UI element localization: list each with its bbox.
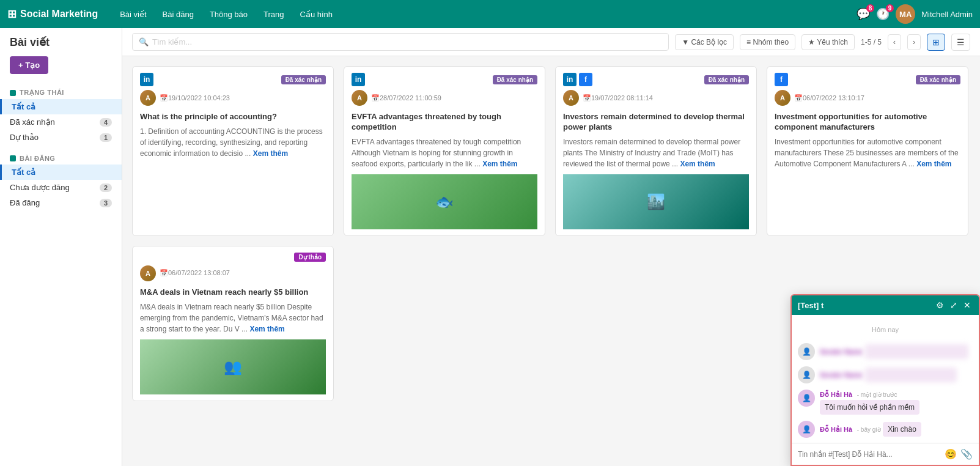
kanban-card-3[interactable]: in f Đã xác nhận A 📅19/07/2022 08:11:14 … bbox=[555, 66, 757, 236]
card-5-img: 👥 bbox=[140, 339, 326, 394]
topnav-right: 💬 8 🕐 9 MA Mitchell Admin bbox=[857, 4, 973, 24]
chat-close-button[interactable]: ✕ bbox=[962, 300, 973, 310]
section-dot-baidang bbox=[10, 155, 16, 161]
kanban-view-button[interactable]: ⊞ bbox=[927, 34, 945, 51]
nav-bai-dang[interactable]: Bài đăng bbox=[155, 6, 201, 23]
chat-title: [Test] t bbox=[798, 301, 929, 310]
chat-messages: Hôm nay 👤 Sender Name blurred message on… bbox=[792, 315, 979, 443]
chat-bubble-2: blurred message two text bbox=[865, 368, 957, 382]
chat-sender-1: Sender Name bbox=[820, 348, 863, 355]
chat-message-4: 👤 Đỗ Hải Hà - bây giờ Xin chào bbox=[798, 421, 973, 438]
filter-button[interactable]: ▼ Các Bộ lọc bbox=[675, 34, 734, 50]
card-3-status: Đã xác nhận bbox=[704, 75, 749, 84]
chat-sender-4: Đỗ Hải Hà bbox=[820, 426, 852, 433]
card-2-header: in Đã xác nhận bbox=[344, 67, 545, 90]
sidebar-item-chuaduocdang[interactable]: Chưa được đăng 2 bbox=[0, 180, 122, 195]
card-2-body: EVFTA advantages threatened by tough com… bbox=[344, 109, 545, 235]
card-2-see-more[interactable]: Xem thêm bbox=[482, 160, 517, 168]
nav-trang[interactable]: Trang bbox=[256, 6, 291, 23]
card-2-icons: in bbox=[352, 73, 365, 86]
chat-bubble-3: Tôi muốn hỏi về phần mềm bbox=[820, 400, 919, 415]
chat-bubble-wrap-2: Sender Name blurred message two text bbox=[820, 366, 973, 382]
user-avatar[interactable]: MA bbox=[896, 4, 915, 24]
card-3-date: 📅19/07/2022 08:11:14 bbox=[583, 94, 653, 102]
search-box[interactable]: 🔍 Tìm kiếm... bbox=[132, 33, 669, 51]
prev-page-button[interactable]: ‹ bbox=[888, 34, 901, 50]
card-5-header: Dự thảo bbox=[133, 246, 333, 265]
user-name[interactable]: Mitchell Admin bbox=[921, 10, 973, 19]
emoji-icon[interactable]: 😊 bbox=[945, 448, 957, 460]
next-page-button[interactable]: › bbox=[907, 34, 921, 50]
chat-sender-3: Đỗ Hải Hà bbox=[820, 391, 852, 398]
nav-bai-viet[interactable]: Bài viết bbox=[112, 6, 153, 23]
nav-thong-bao[interactable]: Thông báo bbox=[202, 6, 255, 23]
card-5-avatar: A bbox=[140, 265, 156, 281]
sidebar: Bài viết + Tạo TRẠNG THÁI Tất cả Đã xác … bbox=[0, 28, 122, 466]
card-1-see-more[interactable]: Xem thêm bbox=[253, 149, 288, 158]
card-4-title: Investment opportunities for automotive … bbox=[775, 112, 960, 133]
card-1-status: Đã xác nhận bbox=[281, 75, 326, 84]
fav-button[interactable]: ★ Yêu thích bbox=[801, 34, 855, 50]
card-4-header: f Đã xác nhận bbox=[767, 67, 968, 90]
card-5-date: 📅06/07/2022 13:08:07 bbox=[160, 269, 230, 277]
facebook-icon-4: f bbox=[775, 73, 788, 86]
sidebar-item-trangthai-tatca[interactable]: Tất cả bbox=[0, 99, 122, 114]
card-2-status: Đã xác nhận bbox=[493, 75, 537, 84]
chat-avatar-1: 👤 bbox=[798, 343, 815, 360]
kanban-card-2[interactable]: in Đã xác nhận A 📅28/07/2022 11:00:59 EV… bbox=[344, 66, 545, 236]
sidebar-item-daxacnhan[interactable]: Đã xác nhận 4 bbox=[0, 114, 122, 130]
linkedin-icon-3: in bbox=[563, 73, 577, 86]
card-4-body: Investment opportunities for automotive … bbox=[767, 109, 968, 176]
group-button[interactable]: ≡ Nhóm theo bbox=[740, 34, 795, 50]
chat-expand-button[interactable]: ⤢ bbox=[948, 300, 959, 310]
chat-message-3: 👤 Đỗ Hải Hà - một giờ trước Tôi muốn hỏi… bbox=[798, 390, 973, 415]
card-4-status: Đã xác nhận bbox=[916, 75, 960, 84]
card-1-date: 📅19/10/2022 10:04:23 bbox=[160, 94, 230, 102]
kanban-card-5[interactable]: Dự thảo A 📅06/07/2022 13:08:07 M&A deals… bbox=[132, 246, 334, 401]
chat-input[interactable] bbox=[798, 450, 941, 459]
kanban-card-4[interactable]: f Đã xác nhận A 📅06/07/2022 13:10:17 Inv… bbox=[767, 66, 968, 236]
card-4-avatar: A bbox=[775, 90, 790, 106]
card-2-text: EVFTA advantages threatened by tough com… bbox=[352, 136, 537, 169]
chat-settings-button[interactable]: ⚙ bbox=[934, 300, 946, 310]
messages-icon-wrap[interactable]: 💬 8 bbox=[857, 7, 870, 21]
card-2-avatar: A bbox=[352, 90, 367, 106]
list-view-button[interactable]: ☰ bbox=[951, 34, 970, 51]
card-3-title: Investors remain determined to develop t… bbox=[563, 112, 749, 133]
app-brand[interactable]: ⊞ Social Marketing bbox=[7, 7, 108, 21]
app-title: Social Marketing bbox=[20, 9, 98, 20]
pagination-info: 1-5 / 5 bbox=[861, 38, 882, 46]
kanban-card-1[interactable]: in Đã xác nhận A 📅19/10/2022 10:04:23 Wh… bbox=[132, 66, 334, 236]
nav-cau-hinh[interactable]: Cấu hình bbox=[293, 6, 341, 23]
grid-icon: ⊞ bbox=[7, 7, 17, 21]
sidebar-page-title: Bài viết bbox=[0, 35, 122, 56]
card-3-text: Investors remain determined to develop t… bbox=[563, 136, 749, 169]
chat-bubble-4: Xin chào bbox=[883, 422, 921, 437]
card-1-meta: A 📅19/10/2022 10:04:23 bbox=[133, 90, 333, 109]
card-1-body: What is the principle of accounting? 1. … bbox=[133, 109, 333, 165]
card-4-see-more[interactable]: Xem thêm bbox=[916, 160, 951, 168]
chat-popup: [Test] t ⚙ ⤢ ✕ Hôm nay 👤 Sender Name blu… bbox=[790, 294, 980, 466]
card-4-date: 📅06/07/2022 13:10:17 bbox=[794, 94, 864, 102]
chat-bubble-1: blurred message one blurred bbox=[865, 344, 968, 359]
chat-time-4: - bây giờ bbox=[857, 426, 881, 433]
card-2-title: EVFTA advantages threatened by tough com… bbox=[352, 112, 537, 133]
card-1-text: 1. Definition of accounting ACCOUNTING i… bbox=[140, 126, 326, 159]
topnav: ⊞ Social Marketing Bài viết Bài đăng Thô… bbox=[0, 0, 980, 28]
activity-icon-wrap[interactable]: 🕐 9 bbox=[876, 7, 890, 21]
chat-date-divider: Hôm nay bbox=[798, 320, 973, 337]
activity-badge: 9 bbox=[886, 4, 894, 12]
card-3-see-more[interactable]: Xem thêm bbox=[680, 160, 715, 168]
chat-header: [Test] t ⚙ ⤢ ✕ bbox=[792, 295, 979, 315]
create-button[interactable]: + Tạo bbox=[10, 56, 48, 74]
toolbar: 🔍 Tìm kiếm... ▼ Các Bộ lọc ≡ Nhóm theo ★… bbox=[122, 28, 980, 56]
attachment-icon[interactable]: 📎 bbox=[960, 448, 973, 460]
sidebar-item-dadang[interactable]: Đã đăng 3 bbox=[0, 195, 122, 210]
sidebar-item-baidang-tatca[interactable]: Tất cả bbox=[0, 165, 122, 180]
search-placeholder: Tìm kiếm... bbox=[152, 37, 192, 46]
card-2-meta: A 📅28/07/2022 11:00:59 bbox=[344, 90, 545, 109]
sidebar-item-duthao[interactable]: Dự thảo 1 bbox=[0, 130, 122, 145]
card-5-meta: A 📅06/07/2022 13:08:07 bbox=[133, 265, 333, 285]
card-5-see-more[interactable]: Xem thêm bbox=[249, 325, 284, 333]
card-5-text: M&A deals in Vietnam reach nearly $5 bil… bbox=[140, 301, 326, 335]
